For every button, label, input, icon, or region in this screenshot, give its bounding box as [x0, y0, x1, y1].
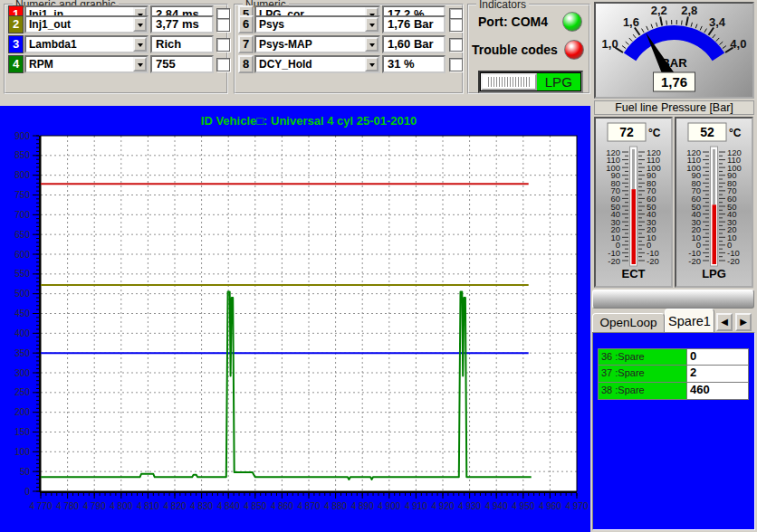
svg-text:1,0: 1,0 [602, 37, 618, 51]
pressure-gauge: 1,01,62,22,83,44,0BAR1,76 [596, 4, 752, 97]
svg-text:4 770: 4 770 [29, 501, 52, 511]
left-arrow-icon: ◀ [721, 317, 728, 327]
channel-color-badge: 4 [8, 55, 24, 73]
chevron-down-icon[interactable] [133, 17, 147, 32]
plot-checkbox[interactable] [449, 38, 463, 52]
svg-text:50: 50 [20, 467, 31, 477]
group-numeric-and-graphic: Numeric and graphic 1 Inj1_in 2,84 ms 2 … [4, 4, 228, 94]
svg-text:4 910: 4 910 [405, 501, 427, 511]
svg-text:400: 400 [14, 328, 30, 338]
svg-text:-20: -20 [608, 256, 620, 266]
svg-text:250: 250 [14, 387, 30, 397]
spare-label: 37 :Spare [598, 366, 687, 383]
table-row: 36 :Spare 0 [598, 348, 749, 366]
svg-text:4 970: 4 970 [565, 501, 588, 511]
group-numeric: Numeric 5 LPG_cor 17,2 % 6 Psys 1,76 Bar [234, 4, 464, 94]
group-indicators: Indicators Port: COM4 Trouble codes LPG [467, 4, 590, 94]
spare-table: 36 :Spare 0 37 :Spare 2 38 :Spare 460 [598, 348, 749, 400]
channel-select[interactable]: RPM [24, 55, 149, 73]
svg-text:4 920: 4 920 [431, 501, 454, 511]
tab-openloop[interactable]: OpenLoop [592, 313, 665, 332]
thermometers-panel: 72°C120120110110100100909080807070606050… [594, 117, 754, 288]
svg-text:-20: -20 [727, 256, 740, 266]
svg-text:850: 850 [14, 150, 30, 160]
svg-text:4 840: 4 840 [217, 501, 240, 511]
chevron-down-icon[interactable] [365, 57, 378, 71]
svg-text:200: 200 [14, 407, 30, 417]
channel-number-badge: 7 [238, 35, 254, 53]
svg-text:500: 500 [14, 289, 30, 299]
channel-select[interactable]: Inj1_out [24, 15, 149, 33]
table-row: 37 :Spare 2 [598, 366, 749, 383]
channel-select[interactable]: Psys-MAP [254, 35, 380, 53]
spare-label: 36 :Spare [598, 348, 687, 366]
chevron-down-icon[interactable] [365, 37, 378, 52]
channel-select[interactable]: Lambda1 [24, 35, 149, 53]
pressure-gauge-box: 1,01,62,22,83,44,0BAR1,76 [594, 2, 754, 99]
tab-spare1[interactable]: Spare1 [665, 309, 714, 332]
tab-bar: OpenLoop Spare1 ◀ ▶ [590, 309, 757, 332]
spare-values-panel: 36 :Spare 0 37 :Spare 2 38 :Spare 460 [592, 332, 755, 530]
svg-text:ECT: ECT [622, 267, 646, 280]
fuel-type-badge: LPG [537, 73, 580, 90]
plot-checkbox[interactable] [449, 18, 463, 32]
svg-text:LPG: LPG [702, 267, 726, 280]
svg-text:4 790: 4 790 [83, 501, 106, 511]
spare-value: 2 [687, 366, 749, 383]
svg-text:4 930: 4 930 [458, 501, 481, 511]
chevron-down-icon[interactable] [365, 17, 378, 32]
svg-text:650: 650 [14, 230, 30, 240]
svg-text:4 810: 4 810 [137, 501, 159, 511]
chevron-down-icon[interactable] [133, 37, 147, 52]
trouble-codes-label: Trouble codes [472, 43, 558, 57]
svg-text:0: 0 [24, 487, 30, 497]
svg-text:900: 900 [14, 131, 30, 141]
panel-divider-bar [592, 290, 754, 309]
svg-text:2,2: 2,2 [651, 4, 667, 17]
svg-text:4 960: 4 960 [539, 501, 561, 511]
fuel-progress-bar [481, 73, 537, 90]
channel-select[interactable]: DCY_Hold [254, 55, 380, 73]
tab-scroll-left-button[interactable]: ◀ [716, 313, 733, 331]
tab-scroll-right-button[interactable]: ▶ [735, 313, 752, 331]
plot-checkbox[interactable] [449, 58, 463, 71]
top-panel: Numeric and graphic 1 Inj1_in 2,84 ms 2 … [0, 0, 590, 106]
channel-value: 3,77 ms [150, 15, 214, 33]
svg-text:750: 750 [14, 190, 30, 200]
channel-row: 6 Psys 1,76 Bar [235, 15, 462, 33]
channel-color-badge: 2 [8, 15, 24, 33]
channel-color-badge: 3 [8, 35, 24, 53]
plot-checkbox[interactable] [216, 58, 230, 71]
svg-text:52: 52 [700, 125, 714, 139]
svg-text:1,6: 1,6 [623, 15, 639, 29]
svg-text:72: 72 [619, 125, 634, 139]
svg-text:4 890: 4 890 [351, 501, 374, 511]
progress-stripes [486, 77, 530, 87]
channel-number-badge: 6 [238, 15, 254, 33]
channel-row: 2 Inj1_out 3,77 ms [5, 15, 226, 33]
chevron-down-icon[interactable] [133, 57, 147, 71]
svg-text:550: 550 [14, 269, 30, 279]
spare-label: 38 :Spare [598, 383, 687, 400]
svg-text:2,8: 2,8 [681, 4, 697, 17]
channel-select[interactable]: Psys [254, 15, 380, 33]
svg-text:°C: °C [729, 127, 742, 139]
svg-text:3,4: 3,4 [709, 15, 726, 29]
chart-title: ID Vehicle□: Universal 4 cyl 25-01-2010 [41, 114, 577, 128]
svg-text:4 830: 4 830 [190, 501, 213, 511]
channel-row: 4 RPM 755 [5, 55, 226, 73]
svg-text:4 900: 4 900 [378, 501, 400, 511]
table-row: 38 :Spare 460 [598, 383, 749, 400]
svg-text:BAR: BAR [661, 56, 687, 70]
ect-thermometer-box: 72°C120120110110100100909080807070606050… [594, 117, 673, 288]
svg-text:4 820: 4 820 [163, 501, 186, 511]
channel-number-badge: 8 [238, 55, 254, 73]
gauge-caption: Fuel line Pressure [Bar] [594, 100, 754, 115]
plot-checkbox[interactable] [216, 38, 230, 52]
fuel-selector-strip: LPG [478, 71, 583, 93]
channel-row: 8 DCY_Hold 31 % [235, 55, 462, 73]
port-label: Port: COM4 [478, 14, 548, 29]
spare-value: 460 [687, 383, 749, 400]
svg-text:4 880: 4 880 [324, 501, 347, 511]
plot-checkbox[interactable] [216, 18, 230, 32]
